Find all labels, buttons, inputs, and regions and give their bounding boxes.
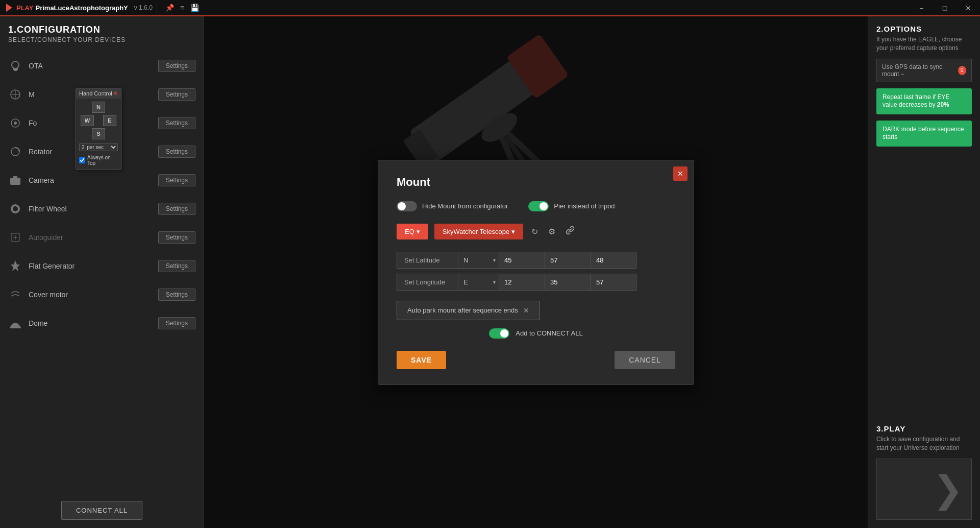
hc-ew-row: W E [81,115,116,126]
cancel-button[interactable]: CANCEL [615,351,675,369]
modal-overlay: Mount ✕ Hide Mount from configurator Pie… [204,16,868,528]
device-row-dome: Dome Settings [0,309,204,338]
focuser-icon [8,116,22,130]
pier-label: Pier instead of tripod [554,202,615,210]
camera-label: Camera [29,176,152,184]
latitude-dir-select[interactable]: N S [458,252,499,269]
latitude-seconds-input[interactable] [591,252,636,269]
auto-park-label: Auto park mount after sequence ends [407,306,518,314]
titlebar-icons: 📌 ≡ 💾 [165,4,199,12]
latitude-minutes-input[interactable] [545,252,591,269]
hc-always-on-top-checkbox[interactable] [79,157,85,163]
svg-line-16 [568,228,573,233]
device-row-autoguider: Autoguider Settings [0,223,204,252]
repeat-frame-button[interactable]: Repeat last frame if EYE value decreases… [876,88,972,114]
save-icon[interactable]: 💾 [190,4,199,12]
hide-mount-toggle-group: Hide Mount from configurator [397,201,508,211]
menu-icon[interactable]: ≡ [180,4,184,12]
camera-settings-button[interactable]: Settings [158,174,195,186]
save-button[interactable]: SAVE [397,351,446,369]
autoguider-label: Autoguider [29,233,152,242]
hc-west-button[interactable]: W [81,115,94,126]
rotator-settings-button[interactable]: Settings [158,146,195,158]
coordinates-grid: Set Latitude N S Set Longitu [397,252,675,291]
play-triangle-icon [4,3,14,13]
repeat-frame-label: Repeat last frame if EYE value decreases… [883,93,949,109]
titlebar-separator [157,3,157,13]
autoguider-settings-button[interactable]: Settings [158,231,195,244]
hand-control-title: Hand Control [79,90,112,97]
right-panel: 2.OPTIONS If you have the EAGLE, choose … [868,16,980,528]
flatgenerator-settings-button[interactable]: Settings [158,260,195,272]
repeat-highlight: 20% [937,101,949,108]
hand-control-body: N W E S 2' per sec 1' per sec 0.5' per s… [76,99,121,169]
filterwheel-settings-button[interactable]: Settings [158,203,195,215]
svg-rect-4 [10,178,20,185]
svg-rect-6 [13,176,17,178]
dome-label: Dome [29,319,152,327]
connect-all-toggle[interactable] [489,328,509,339]
modal-close-button[interactable]: ✕ [673,166,688,181]
filterwheel-label: Filter Wheel [29,205,152,213]
hc-speed-select[interactable]: 2' per sec 1' per sec 0.5' per sec [79,143,118,151]
link-button[interactable] [564,224,577,239]
mount-icon [8,87,22,102]
device-row-ota: OTA Settings [0,52,204,80]
ota-settings-button[interactable]: Settings [158,60,195,72]
longitude-dir-wrapper: E W [458,274,499,291]
dark-mode-label: DARK mode before sequence starts [883,126,964,141]
play-desc: Click to save configuration and start yo… [876,435,972,452]
pier-toggle[interactable] [528,201,549,211]
auto-park-button[interactable]: Auto park mount after sequence ends ✕ [397,301,540,320]
refresh-button[interactable]: ↻ [529,225,540,238]
gps-dropdown[interactable]: Use GPS data to sync mount − 0 [876,59,972,82]
pin-icon[interactable]: 📌 [165,4,174,12]
settings-button[interactable]: ⚙ [546,225,557,238]
options-desc: If you have the EAGLE, choose your prefe… [876,35,972,53]
gps-label: Use GPS data to sync mount − [882,63,958,78]
modal-title: Mount [397,176,675,189]
connect-all-button[interactable]: CONNECT ALL [61,501,142,520]
covermotor-settings-button[interactable]: Settings [158,289,195,301]
longitude-minutes-input[interactable] [545,274,591,291]
play-chevron-icon: ❯ [933,471,963,508]
play-section: 3.PLAY Click to save configuration and s… [876,424,972,520]
device-row-flatgenerator: Flat Generator Settings [0,252,204,280]
skywatcher-button[interactable]: SkyWatcher Telescope ▾ [434,224,524,239]
close-button[interactable]: ✕ [957,0,980,16]
connect-all-toggle-row: Add to CONNECT ALL [397,328,675,339]
filterwheel-icon [8,202,22,216]
covermotor-icon [8,287,22,302]
mount-modal: Mount ✕ Hide Mount from configurator Pie… [378,160,694,385]
hc-north-button[interactable]: N [92,102,105,113]
center-area: Mount ✕ Hide Mount from configurator Pie… [204,16,868,528]
options-section: 2.OPTIONS If you have the EAGLE, choose … [876,25,972,53]
flatgenerator-label: Flat Generator [29,262,152,270]
app-name: PrimaLuceAstrophotographY [35,4,128,12]
sidebar-subtitle: SELECT/CONNECT YOUR DEVICES [8,36,195,43]
mount-type-controls: EQ ▾ SkyWatcher Telescope ▾ ↻ ⚙ [397,224,675,239]
dark-mode-button[interactable]: DARK mode before sequence starts [876,121,972,147]
hc-south-button[interactable]: S [92,128,105,139]
sidebar-title: 1.CONFIGURATION [8,25,195,35]
longitude-degrees-input[interactable] [499,274,545,291]
eq-button[interactable]: EQ ▾ [397,224,428,239]
play-title: 3.PLAY [876,424,972,433]
hand-control-close-icon[interactable]: ✕ [113,90,118,97]
longitude-seconds-input[interactable] [591,274,636,291]
latitude-degrees-input[interactable] [499,252,545,269]
hand-control-header: Hand Control ✕ [76,88,121,99]
maximize-button[interactable]: □ [933,0,957,16]
dome-settings-button[interactable]: Settings [158,317,195,329]
focuser-settings-button[interactable]: Settings [158,117,195,129]
longitude-dir-select[interactable]: E W [458,274,499,291]
hide-mount-toggle[interactable] [397,201,417,211]
hand-control-popup: Hand Control ✕ N W E S 2' per sec 1' per… [76,88,121,170]
hc-east-button[interactable]: E [103,115,116,126]
mount-settings-button[interactable]: Settings [158,88,195,101]
longitude-label: Set Longitude [397,274,458,291]
options-title: 2.OPTIONS [876,25,972,33]
play-area[interactable]: ❯ [876,459,972,520]
minimize-button[interactable]: − [910,0,933,16]
auto-park-remove-icon[interactable]: ✕ [523,306,529,315]
